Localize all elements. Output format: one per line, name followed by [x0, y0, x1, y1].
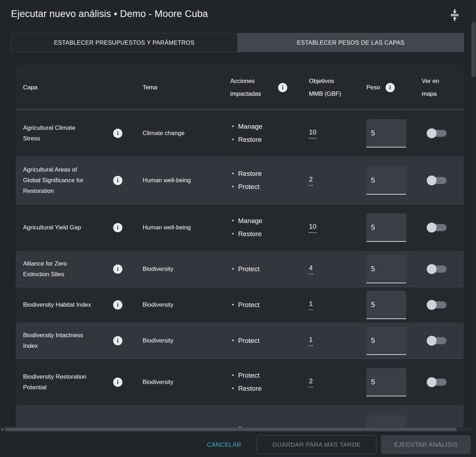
gbf-target-value[interactable]: 4 [309, 264, 313, 274]
column-header-peso: Peso i [349, 81, 416, 94]
column-header-ver-en-mapa: Ver en mapa [416, 75, 464, 100]
weight-input[interactable] [366, 119, 406, 147]
vertical-scrollbar[interactable] [471, 0, 476, 457]
column-header-tema: Tema [128, 81, 214, 94]
layer-name: Agricultural Areas of Global Significanc… [16, 165, 93, 196]
weight-input[interactable] [366, 291, 406, 319]
layer-name: Alliance for Zero Extinction Sites [16, 258, 93, 280]
layer-info-icon[interactable]: i [113, 129, 122, 138]
table-row: Agricultural Climate Stress i Climate ch… [16, 110, 464, 157]
gbf-target-value[interactable]: 1 [309, 300, 313, 310]
layer-info-icon[interactable]: i [113, 264, 122, 274]
view-on-map-toggle[interactable] [427, 175, 447, 185]
gbf-target-value[interactable]: 1 [309, 336, 313, 346]
run-analysis-button[interactable]: EJECUTAR ANÁLISIS [381, 435, 471, 454]
impacted-actions-list: ManageRestore [214, 214, 292, 241]
vertical-scrollbar-thumb[interactable] [471, 22, 476, 77]
layer-info-icon[interactable]: i [113, 176, 122, 185]
table-row: Biodiversity Restoration Potential i Bio… [16, 359, 464, 406]
impacted-actions-list: Protect [214, 263, 292, 276]
action-item: Protect [232, 369, 292, 382]
table-row: Biodiversity Habitat Index i Biodiversit… [16, 287, 464, 323]
layer-theme: Biodiversity [128, 266, 214, 273]
action-item: Restore [232, 167, 292, 180]
compress-rows-button[interactable] [448, 7, 462, 23]
table-row: Agricultural Areas of Global Significanc… [16, 157, 464, 204]
tab-establecer-presupuestos[interactable]: ESTABLECER PRESUPUESTOS Y PARÁMETROS [11, 33, 238, 52]
action-item: Manage [232, 214, 292, 228]
gbf-target-value[interactable]: 2 [309, 377, 313, 388]
save-for-later-button[interactable]: GUARDAR PARA MÁS TARDE [257, 435, 376, 454]
layer-theme: Biodiversity [128, 379, 214, 386]
horizontal-scrollbar[interactable]: ◄ ► [0, 427, 476, 431]
weight-input[interactable] [366, 368, 406, 396]
peso-info-icon[interactable]: i [386, 83, 395, 92]
weight-input[interactable] [366, 213, 406, 242]
action-item: Protect [232, 334, 292, 347]
page-title: Ejecutar nuevo análisis • Demo - Moore C… [11, 9, 208, 19]
action-item: Protect [232, 423, 292, 428]
toggle-knob [427, 128, 437, 138]
vertical-align-center-icon [449, 9, 460, 21]
view-on-map-toggle[interactable] [427, 300, 447, 310]
column-header-peso-label: Peso [366, 81, 380, 94]
footer-action-bar: CANCELAR GUARDAR PARA MÁS TARDE EJECUTAR… [201, 435, 471, 454]
view-on-map-toggle[interactable] [427, 223, 447, 233]
column-header-objetivos: Objetivos MMB (GBF) [292, 75, 349, 100]
layer-theme: Biodiversity [128, 337, 214, 344]
impacted-actions-list: ProtectRestore [214, 369, 292, 395]
layer-info-icon[interactable]: i [113, 300, 122, 310]
table-row: Biodiversity Intactness Index i Biodiver… [16, 323, 464, 359]
table-row: Alliance for Zero Extinction Sites i Bio… [16, 251, 464, 287]
toggle-knob [427, 377, 437, 387]
layer-info-icon[interactable]: i [113, 223, 122, 232]
view-on-map-toggle[interactable] [427, 128, 447, 138]
weight-input[interactable] [366, 255, 406, 283]
layer-info-icon[interactable]: i [113, 378, 122, 387]
column-header-acciones: Acciones impactadas i [214, 75, 292, 100]
cancel-button[interactable]: CANCELAR [201, 435, 247, 454]
acciones-info-icon[interactable]: i [278, 83, 287, 92]
action-item: Protect [232, 180, 292, 194]
impacted-actions-list: ManageRestore [214, 120, 292, 146]
gbf-target-value[interactable]: 2 [309, 175, 313, 186]
layer-info-icon[interactable]: i [113, 336, 122, 345]
action-item: Protect [232, 263, 292, 276]
toggle-knob [427, 223, 437, 233]
view-on-map-toggle[interactable] [427, 336, 447, 346]
view-on-map-toggle[interactable] [427, 264, 447, 274]
scroll-left-arrow-icon[interactable]: ◄ [0, 427, 4, 431]
impacted-actions-list: RestoreProtect [214, 167, 292, 194]
gbf-target-value[interactable]: 10 [309, 223, 316, 233]
weight-input[interactable] [366, 327, 406, 355]
column-header-ver-label: Ver en mapa [422, 75, 444, 100]
action-item: Restore [232, 133, 292, 146]
action-item: Restore [232, 228, 292, 241]
toggle-knob [427, 175, 437, 185]
view-on-map-toggle[interactable] [427, 377, 447, 387]
table-body: Agricultural Climate Stress i Climate ch… [16, 110, 464, 427]
layers-table: Capa Tema Acciones impactadas i Objetivo… [16, 66, 464, 427]
toggle-knob [427, 264, 437, 274]
column-header-objetivos-label: Objetivos MMB (GBF) [309, 75, 349, 100]
layer-theme: Biodiversity [128, 301, 214, 308]
layer-name: Agricultural Yield Gap [16, 222, 93, 233]
layer-theme: Climate change [128, 130, 214, 137]
column-header-capa: Capa [16, 81, 108, 94]
tab-establecer-pesos[interactable]: ESTABLECER PESOS DE LAS CAPAS [238, 33, 464, 52]
layer-name: Agricultural Climate Stress [16, 123, 93, 144]
weight-input[interactable] [366, 166, 406, 195]
horizontal-scrollbar-thumb[interactable] [5, 428, 457, 431]
weight-input[interactable] [366, 415, 406, 427]
action-item: Protect [232, 299, 292, 312]
layer-name: Biodiversity Intactness Index [16, 330, 93, 351]
gbf-target-value[interactable]: 10 [309, 128, 316, 139]
toggle-knob [427, 336, 437, 346]
layer-name: Biodiversity Habitat Index [16, 300, 93, 310]
tab-bar: ESTABLECER PRESUPUESTOS Y PARÁMETROS EST… [11, 33, 464, 52]
impacted-actions-list: Protect [214, 423, 292, 428]
layer-name: Biodiversity Restoration Potential [16, 372, 93, 393]
layer-theme: Human well-being [128, 224, 214, 231]
impacted-actions-list: Protect [214, 334, 292, 347]
toggle-knob [427, 300, 437, 310]
